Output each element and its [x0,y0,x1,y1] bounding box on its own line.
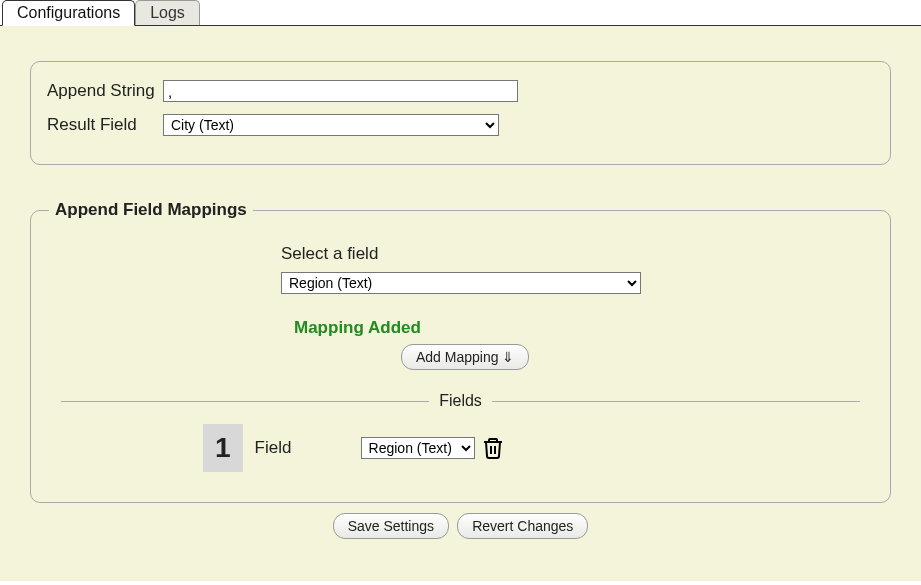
select-field-dropdown[interactable]: Region (Text) [281,272,641,294]
field-row-number: 1 [203,424,243,472]
append-string-input[interactable] [163,80,518,102]
tab-bar: Configurations Logs [0,0,921,26]
divider-right [492,401,860,402]
config-box: Append String Result Field City (Text) [30,61,891,165]
select-field-label: Select a field [281,244,860,264]
mappings-legend: Append Field Mappings [49,200,253,220]
save-settings-button[interactable]: Save Settings [333,513,449,539]
field-row: 1 Field Region (Text) [203,424,860,472]
add-mapping-button[interactable]: Add Mapping ⇓ [401,344,529,370]
divider-left [61,401,429,402]
append-string-label: Append String [47,81,163,101]
revert-changes-button[interactable]: Revert Changes [457,513,588,539]
append-field-mappings-group: Append Field Mappings Select a field Reg… [30,200,891,503]
fields-divider: Fields [61,392,860,410]
result-field-select[interactable]: City (Text) [163,114,499,136]
result-field-label: Result Field [47,115,163,135]
tab-content: Append String Result Field City (Text) A… [0,26,921,581]
field-row-label: Field [255,438,361,458]
tab-configurations[interactable]: Configurations [2,0,135,26]
mapping-added-status: Mapping Added [294,318,860,338]
footer-buttons: Save Settings Revert Changes [30,513,891,539]
field-row-select[interactable]: Region (Text) [361,437,475,459]
trash-icon[interactable] [481,435,505,461]
tab-logs[interactable]: Logs [135,0,200,25]
fields-heading: Fields [429,392,492,410]
